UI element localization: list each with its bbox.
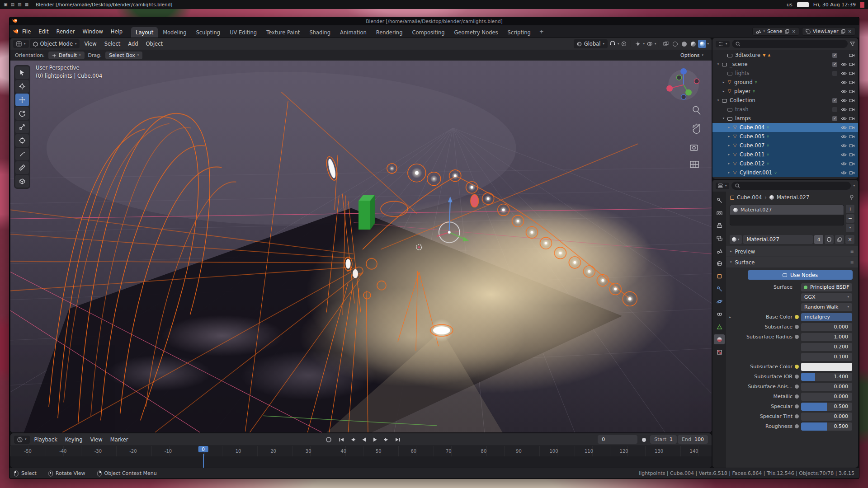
value-slider[interactable]: 0.000: [801, 323, 852, 331]
viewport-menu-item[interactable]: View: [80, 39, 100, 48]
surface-section-header[interactable]: ▾ Surface ≡: [726, 257, 858, 267]
outliner-item-name[interactable]: ground: [734, 79, 753, 85]
viewlayer-selector[interactable]: ViewLayer ×: [802, 27, 855, 36]
next-keyframe-button[interactable]: [381, 435, 392, 444]
outliner-search-input[interactable]: [742, 41, 844, 47]
animate-dot[interactable]: [795, 424, 799, 428]
animate-dot[interactable]: [795, 414, 799, 418]
outliner-row[interactable]: lights ▿: [712, 69, 858, 78]
viewport-menu-item[interactable]: Add: [124, 39, 142, 48]
number-field[interactable]: 0.100: [801, 353, 852, 361]
outliner-row[interactable]: ▸ player ▿: [712, 87, 858, 96]
collection-checkbox[interactable]: [832, 116, 837, 121]
material-users-count[interactable]: 4: [814, 235, 824, 244]
value-slider[interactable]: 0.000: [801, 393, 852, 401]
render-tab[interactable]: [714, 208, 725, 218]
jump-to-start-button[interactable]: [336, 435, 347, 444]
current-frame-badge[interactable]: 0: [198, 446, 208, 452]
outliner-row[interactable]: ▸ Cube.011 ▿: [712, 150, 858, 159]
outliner-row[interactable]: ▾ _scene ▿: [712, 60, 858, 69]
value-slider[interactable]: 0.000: [801, 413, 852, 421]
add-workspace-button[interactable]: +: [536, 26, 547, 37]
expand-caret[interactable]: ▸: [728, 315, 732, 319]
overlays-toggle[interactable]: [646, 40, 654, 48]
use-nodes-button[interactable]: Use Nodes: [748, 270, 853, 280]
outliner-item-name[interactable]: lights: [735, 70, 749, 76]
outliner-row[interactable]: ▸ Cube.005 ▿: [712, 132, 858, 141]
expand-caret[interactable]: ▸: [721, 80, 726, 84]
workspace-tab[interactable]: Shading: [305, 27, 335, 38]
collection-checkbox[interactable]: [832, 62, 837, 67]
outliner-row[interactable]: ▸ Cube.007 ▿: [712, 141, 858, 150]
workspace-tab[interactable]: Scripting: [503, 27, 535, 38]
proportional-editing-toggle[interactable]: [620, 40, 628, 48]
fake-user-toggle[interactable]: [825, 235, 834, 244]
disable-in-renders-toggle[interactable]: [848, 80, 856, 84]
enum-dropdown[interactable]: GGX▾: [801, 293, 852, 301]
frame-start-field[interactable]: Start1: [650, 435, 677, 444]
timeline-menu-item[interactable]: Playback ▾: [31, 435, 61, 444]
menubar-item[interactable]: File: [19, 27, 34, 36]
workspace-tab[interactable]: Compositing: [407, 27, 449, 38]
number-field[interactable]: 0.200: [801, 343, 852, 351]
outliner-item-name[interactable]: lamps: [735, 115, 751, 122]
cursor-tool[interactable]: [15, 80, 29, 93]
hide-in-viewport-toggle[interactable]: [840, 108, 848, 112]
workspace-tab[interactable]: Modeling: [158, 27, 191, 38]
menubar-item[interactable]: Render: [53, 27, 79, 36]
expand-caret[interactable]: ▾: [715, 62, 721, 66]
transform-tool[interactable]: [15, 134, 29, 147]
disable-in-renders-toggle[interactable]: [848, 53, 856, 57]
disable-in-renders-toggle[interactable]: [848, 99, 856, 103]
outliner-item-name[interactable]: Cylinder.001: [740, 169, 772, 176]
editor-type-selector[interactable]: ▾: [13, 40, 29, 48]
viewport-canvas[interactable]: [10, 61, 712, 432]
viewport-3d[interactable]: User Perspective (0) lightpoints | Cube.…: [10, 61, 712, 432]
measure-tool[interactable]: [15, 161, 29, 174]
slot-specials-button[interactable]: ▾: [846, 224, 854, 232]
rotate-tool[interactable]: [15, 107, 29, 120]
physics-tab[interactable]: [714, 296, 725, 306]
viewport-menu-item[interactable]: Object: [142, 39, 166, 48]
outliner-item-name[interactable]: Cube.007: [740, 142, 764, 149]
outliner-item-name[interactable]: Collection: [730, 97, 755, 103]
animate-dot[interactable]: [795, 315, 799, 319]
hide-in-viewport-toggle[interactable]: [840, 89, 848, 94]
new-material-button[interactable]: [835, 235, 844, 244]
add-slot-button[interactable]: +: [846, 205, 854, 213]
color-swatch[interactable]: [801, 363, 852, 371]
tool-options-dropdown[interactable]: Options ▾: [677, 52, 707, 59]
auto-keying-toggle[interactable]: [326, 437, 331, 442]
shading-wireframe-button[interactable]: [671, 40, 679, 48]
outliner-item-name[interactable]: Cube.004: [740, 124, 764, 131]
properties-options-caret[interactable]: ▾: [853, 184, 855, 188]
outliner-item-name[interactable]: _scene: [730, 61, 748, 67]
expand-caret[interactable]: ▸: [726, 144, 732, 147]
hide-in-viewport-toggle[interactable]: [840, 171, 848, 175]
prev-keyframe-button[interactable]: [347, 435, 358, 444]
transform-orientation-dropdown[interactable]: Global ▾: [574, 39, 608, 48]
hide-in-viewport-toggle[interactable]: [840, 153, 848, 157]
expand-caret[interactable]: ▸: [726, 126, 732, 129]
output-tab[interactable]: [714, 221, 725, 230]
play-button[interactable]: [370, 435, 381, 444]
animate-dot[interactable]: [795, 375, 799, 379]
play-reverse-button[interactable]: [359, 435, 369, 444]
outliner-row[interactable]: ▸ Cube.004 ▿: [712, 123, 858, 132]
value-slider[interactable]: 1.400: [801, 373, 852, 381]
timeline-track[interactable]: [10, 456, 712, 468]
overlays-dropdown-caret[interactable]: ▾: [655, 42, 656, 46]
disable-in-renders-toggle[interactable]: [848, 162, 856, 166]
disable-in-renders-toggle[interactable]: [848, 117, 856, 121]
workspace-tab[interactable]: Geometry Nodes: [450, 27, 503, 38]
frame-end-field[interactable]: End100: [678, 435, 708, 444]
disable-in-renders-toggle[interactable]: [848, 135, 856, 139]
animate-dot[interactable]: [795, 335, 799, 339]
world-tab[interactable]: [714, 258, 725, 268]
orientation-setting-dropdown[interactable]: Default ▾: [48, 52, 85, 59]
node-button[interactable]: Principled BSDF: [801, 283, 852, 291]
object-data-tab[interactable]: [714, 322, 725, 332]
workspace-tab[interactable]: Rendering: [372, 27, 407, 38]
shading-dropdown-caret[interactable]: ▾: [707, 42, 709, 46]
value-slider[interactable]: 0.500: [801, 422, 852, 431]
